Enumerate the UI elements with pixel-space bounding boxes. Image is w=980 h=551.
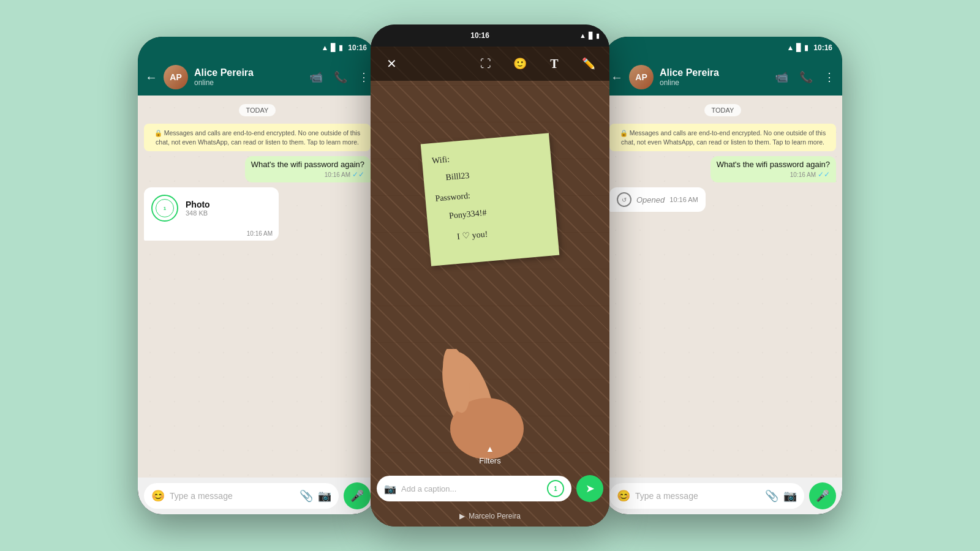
hand-area: [420, 349, 542, 459]
signal-icon-right: ▊: [796, 43, 802, 52]
mic-button-left[interactable]: 🎤: [344, 482, 371, 509]
status-bar-right: ▲ ▊ ▮ 10:16: [603, 37, 842, 59]
message-time-right: 10:16 AM ✓✓: [717, 170, 830, 179]
chat-header-left: ← AP Alice Pereira online 📹 📞 ⋮: [138, 59, 377, 96]
caption-placeholder[interactable]: Add a caption...: [401, 484, 542, 493]
mic-button-right[interactable]: 🎤: [809, 482, 836, 509]
chat-bottom-right: 😊 Type a message 📎 📷 🎤: [603, 478, 842, 514]
scene: ▲ ▊ ▮ 10:16 ← AP Alice Pereira online: [0, 0, 980, 551]
time-right: 10:16: [813, 43, 832, 52]
header-icons-right: 📹 📞 ⋮: [775, 70, 835, 84]
status-bar-left: ▲ ▊ ▮ 10:16: [138, 37, 377, 59]
send-icon: ➤: [586, 482, 595, 495]
contact-name-right: Alice Pereira: [660, 67, 769, 78]
recipient-name: Marcelo Pereira: [469, 512, 521, 520]
message-input-left[interactable]: 😊 Type a message 📎 📷: [144, 483, 339, 509]
status-icons-right: ▲ ▊ ▮ 10:16: [786, 43, 832, 52]
message-text-left: What's the wifi password again?: [251, 160, 364, 169]
wifi-icon-center: ▲: [579, 32, 586, 39]
status-icons-left: ▲ ▊ ▮ 10:16: [321, 43, 367, 52]
video-call-icon-left[interactable]: 📹: [309, 70, 323, 84]
photo-size-left: 348 KB: [186, 209, 210, 217]
avatar-img-left: AP: [164, 65, 188, 89]
battery-icon-center: ▮: [596, 32, 600, 40]
opened-icon-right: ↺: [617, 192, 631, 207]
toolbar-icons-center: ⛶ 🙂 T ✏️: [475, 53, 600, 75]
date-badge-left: TODAY: [239, 104, 276, 116]
filters-arrow-icon: ▲: [486, 444, 494, 454]
check-marks-right: ✓✓: [818, 170, 830, 179]
filters-label: Filters: [479, 456, 500, 465]
chat-messages-left: TODAY 🔒 Messages and calls are end-to-en…: [138, 96, 377, 478]
phone-left: ▲ ▊ ▮ 10:16 ← AP Alice Pereira online: [138, 37, 377, 514]
signal-icon-center: ▊: [589, 32, 594, 40]
text-icon[interactable]: T: [543, 53, 565, 75]
time-center: 10:16: [470, 31, 489, 40]
date-badge-right: TODAY: [704, 104, 742, 116]
photo-info-left: Photo 348 KB: [186, 200, 210, 217]
caption-input[interactable]: 📷 Add a caption... 1: [377, 476, 571, 501]
video-call-icon-right[interactable]: 📹: [775, 70, 788, 84]
sticky-line5: I ♡ you!: [456, 221, 548, 244]
crop-icon[interactable]: ⛶: [475, 53, 497, 75]
photo-content-left: 1 Photo 348 KB: [144, 187, 279, 229]
photo-message-left[interactable]: 1 Photo 348 KB 10:16 AM: [144, 187, 279, 241]
sticky-text: Wifi: Billl23 Password: Pony334!# I ♡ yo…: [431, 144, 548, 246]
time-left: 10:16: [348, 43, 367, 52]
sticky-note: Wifi: Billl23 Password: Pony334!# I ♡ yo…: [421, 133, 560, 266]
message-out-left: What's the wifi password again? 10:16 AM…: [245, 156, 371, 182]
avatar-right: AP: [629, 65, 654, 89]
photo-icon-left: 1: [151, 195, 178, 222]
recipient-arrow: ▶: [459, 512, 465, 520]
signal-icon: ▊: [331, 43, 336, 52]
attachment-button-right[interactable]: 📎: [765, 489, 778, 503]
camera-button-right[interactable]: 📷: [783, 489, 797, 503]
chat-messages-right: TODAY 🔒 Messages and calls are end-to-en…: [603, 96, 842, 478]
emoji-icon-center[interactable]: 🙂: [509, 53, 531, 75]
opened-time-right: 10:16 AM: [669, 196, 698, 203]
message-text-right: What's the wifi password again?: [717, 160, 830, 169]
send-button-center[interactable]: ➤: [576, 475, 603, 502]
attachment-button-left[interactable]: 📎: [300, 489, 313, 503]
message-input-right[interactable]: 😊 Type a message 📎 📷: [609, 483, 804, 509]
more-options-icon-right[interactable]: ⋮: [824, 70, 835, 84]
opened-text-right: Opened: [636, 195, 665, 204]
draw-icon[interactable]: ✏️: [578, 53, 600, 75]
recipient-bar: ▶ Marcelo Pereira: [371, 512, 609, 520]
chat-header-right: ← AP Alice Pereira online 📹 📞 ⋮: [603, 59, 842, 96]
more-options-icon-left[interactable]: ⋮: [358, 70, 369, 84]
message-placeholder-right[interactable]: Type a message: [635, 491, 760, 501]
emoji-button-left[interactable]: 😊: [151, 489, 165, 503]
contact-name-left: Alice Pereira: [194, 67, 303, 78]
encryption-notice-right[interactable]: 🔒 Messages and calls are end-to-end encr…: [609, 124, 836, 151]
phone-call-icon-left[interactable]: 📞: [334, 70, 347, 84]
close-icon-center[interactable]: ✕: [380, 53, 402, 75]
back-button-left[interactable]: ←: [145, 70, 157, 84]
photo-label-left: Photo: [186, 200, 210, 209]
photo-bg: Wifi: Billl23 Password: Pony334!# I ♡ yo…: [371, 47, 609, 527]
encryption-notice-left[interactable]: 🔒 Messages and calls are end-to-end encr…: [144, 124, 371, 151]
caption-emoji-icon[interactable]: 📷: [384, 483, 396, 495]
chat-bottom-left: 😊 Type a message 📎 📷 🎤: [138, 478, 377, 514]
message-out-right: What's the wifi password again? 10:16 AM…: [710, 156, 836, 182]
phone-call-icon-right[interactable]: 📞: [799, 70, 813, 84]
viewer-toolbar: ✕ ⛶ 🙂 T ✏️: [371, 47, 609, 81]
avatar-img-right: AP: [629, 65, 654, 89]
photo-time-left: 10:16 AM: [144, 229, 279, 241]
avatar-left: AP: [164, 65, 188, 89]
phone-center: 10:16 ▲ ▊ ▮ ✕ ⛶ 🙂 T ✏️: [371, 24, 609, 527]
message-time-left: 10:16 AM ✓✓: [251, 170, 364, 179]
status-icons-center: ▲ ▊ ▮: [579, 32, 600, 40]
camera-button-left[interactable]: 📷: [318, 489, 331, 503]
filters-area[interactable]: ▲ Filters: [371, 444, 609, 465]
view-once-icon[interactable]: 1: [547, 480, 564, 497]
caption-bar: 📷 Add a caption... 1 ➤: [377, 475, 603, 502]
back-button-right[interactable]: ←: [611, 70, 623, 84]
emoji-button-right[interactable]: 😊: [617, 489, 630, 503]
battery-icon-right: ▮: [804, 43, 809, 52]
message-placeholder-left[interactable]: Type a message: [170, 491, 295, 501]
contact-info-right: Alice Pereira online: [660, 67, 769, 87]
header-icons-left: 📹 📞 ⋮: [309, 70, 369, 84]
contact-info-left: Alice Pereira online: [194, 67, 303, 87]
view-once-number: 1: [554, 485, 557, 492]
